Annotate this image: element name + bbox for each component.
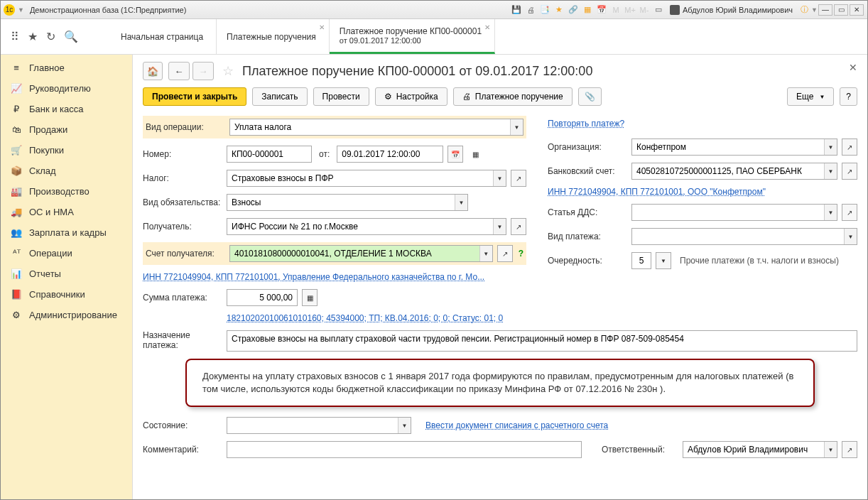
star-icon[interactable]: ★ [28,30,38,43]
tax-input[interactable] [227,170,506,187]
apps-icon[interactable]: ⠿ [11,30,19,43]
maximize-button[interactable]: ▭ [834,4,848,16]
tab-payment-order-doc[interactable]: Платежное поручение КП00-000001 от 09.01… [330,19,495,54]
print-payment-order-button[interactable]: 🖨Платежное поручение [453,87,573,106]
settings-button[interactable]: ⚙Настройка [375,87,447,106]
sidebar-item-catalogs[interactable]: 📕Справочники [1,284,132,305]
minimize-button[interactable]: — [818,4,832,16]
sidebar-item-bank[interactable]: ₽Банк и касса [1,99,132,119]
history-icon[interactable]: ↻ [46,30,55,43]
tb-link-icon[interactable]: 🔗 [567,4,580,16]
organization-input[interactable] [631,138,837,156]
open-button[interactable]: ↗ [497,245,513,262]
more-button[interactable]: Еще▼ [787,87,834,106]
calendar-button[interactable]: 📅 [447,146,463,163]
repeat-payment-link[interactable]: Повторять платеж? [548,119,624,129]
tb-panel-icon[interactable]: ▭ [652,4,665,16]
dropdown-icon[interactable]: ▼ [18,6,24,13]
open-button[interactable]: ↗ [511,218,526,235]
tb-info-dropdown-icon[interactable]: ▼ [811,6,818,13]
tab-payment-orders[interactable]: Платежные поручения ✕ [217,19,330,54]
sidebar-item-label: Справочники [29,289,85,300]
responsible-input[interactable] [683,441,837,458]
dropdown-icon[interactable]: ▼ [656,252,671,269]
user-indicator[interactable]: Абдулов Юрий Владимирович [670,5,793,15]
open-button[interactable]: ↗ [511,170,526,187]
dropdown-icon[interactable]: ▼ [824,163,837,179]
payment-type-input[interactable] [631,228,857,245]
dropdown-icon[interactable]: ▼ [824,139,837,155]
sidebar-item-manager[interactable]: 📈Руководителю [1,78,132,99]
operation-type-input[interactable] [229,119,523,136]
dropdown-icon[interactable]: ▼ [479,246,492,261]
open-button[interactable]: ↗ [842,441,857,458]
number-input[interactable] [227,146,312,163]
payment-sum-input[interactable] [227,289,298,306]
tb-favorite-icon[interactable]: ★ [553,4,565,16]
sidebar-item-purchases[interactable]: 🛒Покупки [1,140,132,161]
obligation-type-input[interactable] [227,194,468,211]
close-icon[interactable]: ✕ [319,23,325,31]
tb-print-icon[interactable]: 🖨 [524,4,537,16]
dropdown-icon[interactable]: ▼ [824,205,837,220]
priority-input[interactable] [631,252,651,269]
dropdown-icon[interactable]: ▼ [844,229,857,244]
sidebar-item-production[interactable]: 🏭Производство [1,181,132,202]
dropdown-icon[interactable]: ▼ [455,195,467,210]
help-link[interactable]: ? [519,249,523,259]
close-doc-button[interactable]: ✕ [849,62,857,73]
sidebar-item-main[interactable]: ≡Главное [1,58,132,78]
back-button[interactable]: ← [168,62,190,80]
write-off-link[interactable]: Ввести документ списания с расчетного сч… [425,420,608,430]
bank-account-input[interactable] [631,163,837,180]
attach-button[interactable]: 📎 [578,87,602,106]
open-button[interactable]: ↗ [842,204,857,221]
kbk-line-link[interactable]: 18210202010061010160; 45394000; ТП; КВ.0… [227,313,503,323]
tb-save-icon[interactable]: 💾 [510,4,523,16]
dds-input[interactable] [631,204,837,221]
tab-start-page[interactable]: Начальная страница [111,19,217,54]
comment-input[interactable] [227,441,582,458]
sidebar-item-operations[interactable]: ᴬᵀОперации [1,243,132,263]
close-button[interactable]: ✕ [850,4,864,16]
post-button[interactable]: Провести [313,87,369,106]
post-and-close-button[interactable]: Провести и закрыть [143,87,246,106]
org-details-link[interactable]: ИНН 7721049904, КПП 772101001, ООО "Конф… [548,187,766,197]
home-button[interactable]: 🏠 [143,62,163,80]
sidebar-item-sales[interactable]: 🛍Продажи [1,119,132,140]
save-button[interactable]: Записать [252,87,307,106]
sidebar-item-assets[interactable]: 🚚ОС и НМА [1,202,132,222]
recipient-input[interactable] [227,218,506,235]
sidebar-item-warehouse[interactable]: 📦Склад [1,161,132,181]
dropdown-icon[interactable]: ▼ [824,442,837,457]
favorite-icon[interactable]: ☆ [222,63,234,79]
help-button[interactable]: ? [840,87,857,106]
dropdown-icon[interactable]: ▼ [510,119,523,135]
tb-compare-icon[interactable]: 📑 [538,4,551,16]
search-icon[interactable]: 🔍 [64,30,78,43]
show-button[interactable]: ▦ [467,146,483,163]
dropdown-icon[interactable]: ▼ [493,219,506,234]
tb-calc-icon[interactable]: ▦ [581,4,594,16]
tb-m-icon[interactable]: M [609,4,622,16]
forward-button[interactable]: → [192,62,214,80]
calc-button[interactable]: ▦ [302,289,318,306]
purpose-label: Назначение платежа: [143,330,224,350]
state-input[interactable] [227,417,411,434]
dropdown-icon[interactable]: ▼ [493,170,506,186]
sidebar-item-admin[interactable]: ⚙Администрирование [1,305,132,325]
recipient-details-link[interactable]: ИНН 7721049904, КПП 772101001, Управлени… [143,272,484,282]
tb-mminus-icon[interactable]: M- [638,4,651,16]
close-icon[interactable]: ✕ [484,23,490,31]
open-button[interactable]: ↗ [842,163,857,180]
sidebar-item-salary[interactable]: 👥Зарплата и кадры [1,222,132,243]
dropdown-icon[interactable]: ▼ [398,418,411,433]
open-button[interactable]: ↗ [842,138,857,156]
tb-calendar-icon[interactable]: 📅 [595,4,608,16]
tb-mplus-icon[interactable]: M+ [624,4,636,16]
sidebar-item-reports[interactable]: 📊Отчеты [1,263,132,284]
purpose-input[interactable]: Страховые взносы на выплату страховой ча… [227,330,857,352]
date-input[interactable] [337,146,443,163]
tb-info-icon[interactable]: ⓘ [798,4,810,16]
recipient-account-input[interactable] [229,245,493,262]
